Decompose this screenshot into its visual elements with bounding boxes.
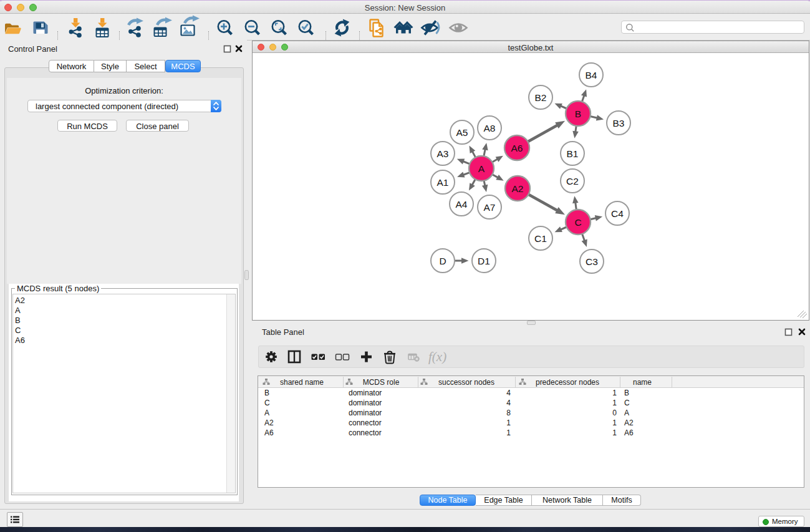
svg-text:C1: C1 (534, 233, 547, 244)
svg-text:C2: C2 (566, 176, 579, 186)
svg-text:B3: B3 (613, 118, 625, 128)
svg-text:A6: A6 (511, 143, 523, 153)
svg-text:C: C (574, 217, 581, 228)
svg-text:A5: A5 (456, 127, 468, 138)
svg-text:A: A (478, 163, 485, 174)
svg-text:A7: A7 (484, 202, 496, 213)
svg-text:C3: C3 (586, 256, 598, 267)
svg-text:A2: A2 (512, 183, 524, 194)
svg-text:C4: C4 (611, 208, 624, 219)
svg-text:B2: B2 (535, 92, 547, 103)
svg-text:D: D (439, 256, 446, 266)
svg-text:f(x): f(x) (428, 349, 446, 364)
svg-text:D1: D1 (478, 256, 490, 266)
svg-text:B: B (575, 109, 581, 119)
svg-text:A3: A3 (437, 148, 449, 159)
svg-text:A1: A1 (437, 177, 449, 188)
svg-text:A4: A4 (456, 199, 468, 210)
svg-text:B1: B1 (567, 148, 579, 159)
svg-text:B4: B4 (586, 70, 597, 80)
svg-text:A8: A8 (484, 123, 496, 133)
